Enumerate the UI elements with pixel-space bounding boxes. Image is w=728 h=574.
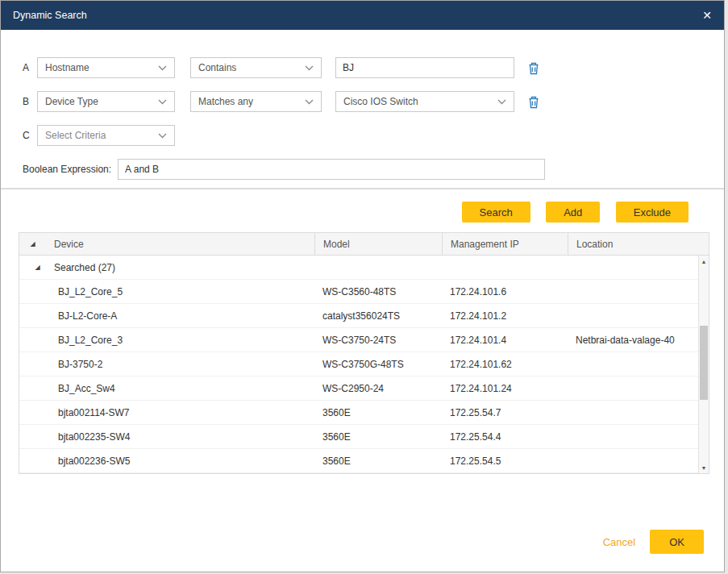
collapse-group-icon[interactable]: ◢ [19,264,46,271]
chevron-down-icon [158,99,167,105]
model-cell: WS-C3560-48TS [314,286,442,297]
field-select-b-value: Device Type [45,96,98,107]
model-cell: catalyst356024TS [314,310,442,322]
action-buttons: Search Add Exclude [1,202,688,223]
dialog-footer: Cancel OK [603,530,704,554]
criterion-label-a: A [23,62,37,73]
scroll-up-icon[interactable]: ▲ [701,256,707,267]
cancel-button[interactable]: Cancel [603,536,635,548]
column-header-device[interactable]: Device [46,233,314,256]
field-select-c[interactable]: Select Criteria [37,125,175,146]
chevron-down-icon [497,99,506,105]
table-scrollbar[interactable]: ▲ ▼ [698,256,709,473]
management-ip-cell: 172.25.54.5 [442,455,568,467]
table-row[interactable]: BJ-3750-2 WS-C3750G-48TS 172.24.101.62 [19,352,709,376]
operator-select-b[interactable]: Matches any [190,91,322,112]
group-row-searched[interactable]: ◢ Searched (27) [19,256,709,280]
boolean-expression-label: Boolean Expression: [23,164,111,175]
criterion-row-a: A Hostname Contains [23,57,724,78]
model-cell: 3560E [314,407,442,418]
table-row[interactable]: bjta002114-SW7 3560E 172.25.54.7 [19,401,709,425]
dynamic-search-dialog: Dynamic Search ✕ A Hostname Contains B D… [0,0,725,572]
model-cell: 3560E [314,455,442,467]
chevron-down-icon [158,65,167,71]
device-cell: BJ_Acc_Sw4 [46,383,314,394]
search-button[interactable]: Search [462,202,530,223]
device-cell: bjta002114-SW7 [46,407,314,418]
divider [1,188,724,189]
dialog-title: Dynamic Search [13,10,87,21]
exclude-button[interactable]: Exclude [616,202,688,223]
boolean-expression-input[interactable] [118,159,545,180]
management-ip-cell: 172.24.101.4 [442,335,568,346]
results-table: ◢ Device Model Management IP Location ◢ … [19,232,709,474]
operator-select-a[interactable]: Contains [190,57,322,78]
field-select-a[interactable]: Hostname [37,57,175,78]
table-row[interactable]: bjta002235-SW4 3560E 172.25.54.4 [19,425,709,449]
delete-criterion-a-trash-icon[interactable] [527,61,540,75]
device-cell: BJ_L2_Core_3 [46,335,314,346]
column-header-location[interactable]: Location [568,233,709,256]
device-cell: bjta002236-SW5 [46,455,314,467]
device-cell: BJ-3750-2 [46,359,314,370]
criterion-row-b: B Device Type Matches any Cisco IOS Swit… [23,91,724,112]
boolean-expression-row: Boolean Expression: [23,159,724,180]
ok-button[interactable]: OK [650,530,704,554]
table-row[interactable]: BJ_Acc_Sw4 WS-C2950-24 172.24.101.24 [19,376,709,401]
field-select-c-value: Select Criteria [45,130,106,141]
management-ip-cell: 172.24.101.62 [442,359,568,370]
column-header-model[interactable]: Model [314,233,442,256]
management-ip-cell: 172.24.101.24 [442,383,568,394]
table-row[interactable]: BJ_L2_Core_5 WS-C3560-48TS 172.24.101.6 [19,280,709,304]
add-button[interactable]: Add [546,202,600,223]
operator-select-a-value: Contains [198,62,236,73]
model-cell: WS-C2950-24 [314,383,442,394]
field-select-b[interactable]: Device Type [37,91,175,112]
column-header-management-ip[interactable]: Management IP [442,233,568,256]
table-row[interactable]: bjta002236-SW5 3560E 172.25.54.5 [19,449,709,473]
device-cell: BJ_L2_Core_5 [46,286,314,297]
criterion-label-b: B [23,96,37,107]
delete-criterion-b-trash-icon[interactable] [527,95,540,109]
management-ip-cell: 172.24.101.6 [442,286,568,297]
field-select-a-value: Hostname [45,62,89,73]
location-cell: Netbrai-data-valage-40 [568,335,709,346]
device-cell: BJ-L2-Core-A [46,310,314,322]
scroll-down-icon[interactable]: ▼ [701,462,707,473]
chevron-down-icon [158,133,167,139]
close-icon[interactable]: ✕ [702,10,712,21]
scrollbar-track[interactable] [699,267,709,462]
chevron-down-icon [305,99,314,105]
table-row[interactable]: BJ_L2_Core_3 WS-C3750-24TS 172.24.101.4 … [19,328,709,352]
table-row[interactable]: BJ-L2-Core-A catalyst356024TS 172.24.101… [19,304,709,328]
value-select-b[interactable]: Cisco IOS Switch [335,91,514,112]
model-cell: WS-C3750-24TS [314,335,442,346]
device-cell: bjta002235-SW4 [46,431,314,443]
scrollbar-thumb[interactable] [700,326,708,400]
management-ip-cell: 172.25.54.7 [442,407,568,418]
criterion-row-c: C Select Criteria [23,125,724,146]
collapse-all-icon[interactable]: ◢ [19,233,46,256]
model-cell: 3560E [314,431,442,443]
value-input-a[interactable] [335,57,514,78]
management-ip-cell: 172.24.101.2 [442,310,568,322]
value-select-b-value: Cisco IOS Switch [343,96,418,107]
criterion-label-c: C [23,130,37,141]
chevron-down-icon [305,65,314,71]
group-label: Searched (27) [46,262,709,273]
table-header: ◢ Device Model Management IP Location [19,233,709,256]
management-ip-cell: 172.25.54.4 [442,431,568,443]
model-cell: WS-C3750G-48TS [314,359,442,370]
table-body: ◢ Searched (27) BJ_L2_Core_5 WS-C3560-48… [19,256,709,473]
dialog-titlebar: Dynamic Search ✕ [1,1,724,30]
operator-select-b-value: Matches any [198,96,253,107]
